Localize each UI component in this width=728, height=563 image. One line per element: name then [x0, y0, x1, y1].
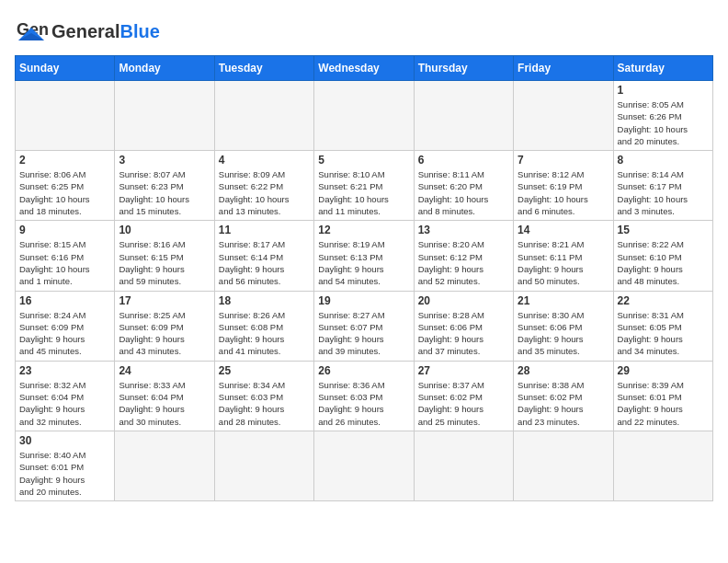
day-info: Sunrise: 8:25 AMSunset: 6:09 PMDaylight:… [119, 309, 210, 358]
day-info: Sunrise: 8:27 AMSunset: 6:07 PMDaylight:… [318, 309, 409, 358]
day-number: 20 [418, 294, 509, 307]
day-number: 10 [119, 224, 210, 236]
day-number: 26 [318, 364, 409, 377]
calendar-cell: 13Sunrise: 8:20 AMSunset: 6:12 PMDayligh… [414, 221, 513, 291]
day-info: Sunrise: 8:14 AMSunset: 6:17 PMDaylight:… [618, 168, 709, 217]
day-info: Sunrise: 8:26 AMSunset: 6:08 PMDaylight:… [219, 309, 310, 358]
day-info: Sunrise: 8:31 AMSunset: 6:05 PMDaylight:… [618, 309, 709, 358]
day-info: Sunrise: 8:12 AMSunset: 6:19 PMDaylight:… [518, 168, 609, 217]
calendar-cell: 22Sunrise: 8:31 AMSunset: 6:05 PMDayligh… [613, 291, 712, 361]
day-info: Sunrise: 8:40 AMSunset: 6:01 PMDaylight:… [19, 449, 110, 498]
day-number: 3 [119, 154, 210, 167]
day-info: Sunrise: 8:21 AMSunset: 6:11 PMDaylight:… [518, 238, 609, 287]
calendar-row: 9Sunrise: 8:15 AMSunset: 6:16 PMDaylight… [16, 221, 713, 291]
day-number: 16 [19, 294, 110, 307]
calendar-cell: 10Sunrise: 8:16 AMSunset: 6:15 PMDayligh… [115, 221, 214, 291]
calendar-cell: 27Sunrise: 8:37 AMSunset: 6:02 PMDayligh… [414, 361, 513, 431]
day-number: 11 [219, 224, 310, 236]
day-info: Sunrise: 8:19 AMSunset: 6:13 PMDaylight:… [318, 238, 409, 287]
day-number: 2 [19, 154, 110, 167]
day-number: 19 [318, 294, 409, 307]
day-info: Sunrise: 8:15 AMSunset: 6:16 PMDaylight:… [19, 238, 110, 287]
day-number: 18 [219, 294, 310, 307]
day-number: 30 [19, 434, 110, 447]
weekday-header-thursday: Thursday [414, 56, 513, 81]
calendar-cell: 17Sunrise: 8:25 AMSunset: 6:09 PMDayligh… [115, 291, 214, 361]
calendar-cell [115, 431, 214, 500]
calendar-cell [314, 431, 414, 500]
calendar-cell: 18Sunrise: 8:26 AMSunset: 6:08 PMDayligh… [214, 291, 313, 361]
day-info: Sunrise: 8:38 AMSunset: 6:02 PMDaylight:… [518, 379, 609, 428]
calendar-cell: 14Sunrise: 8:21 AMSunset: 6:11 PMDayligh… [514, 221, 613, 291]
day-number: 1 [618, 84, 709, 97]
logo-label: GeneralBlue [51, 21, 160, 41]
header: General GeneralBlue [15, 15, 713, 48]
day-number: 27 [418, 364, 509, 377]
calendar: SundayMondayTuesdayWednesdayThursdayFrid… [15, 55, 713, 501]
weekday-header-saturday: Saturday [613, 56, 712, 81]
day-number: 15 [618, 224, 709, 236]
calendar-cell: 30Sunrise: 8:40 AMSunset: 6:01 PMDayligh… [16, 431, 115, 500]
day-info: Sunrise: 8:11 AMSunset: 6:20 PMDaylight:… [418, 168, 509, 217]
day-info: Sunrise: 8:17 AMSunset: 6:14 PMDaylight:… [219, 238, 310, 287]
calendar-cell: 11Sunrise: 8:17 AMSunset: 6:14 PMDayligh… [214, 221, 313, 291]
calendar-row: 16Sunrise: 8:24 AMSunset: 6:09 PMDayligh… [16, 291, 713, 361]
calendar-cell: 28Sunrise: 8:38 AMSunset: 6:02 PMDayligh… [514, 361, 613, 431]
day-info: Sunrise: 8:24 AMSunset: 6:09 PMDaylight:… [19, 309, 110, 358]
day-info: Sunrise: 8:33 AMSunset: 6:04 PMDaylight:… [119, 379, 210, 428]
day-info: Sunrise: 8:36 AMSunset: 6:03 PMDaylight:… [318, 379, 409, 428]
calendar-cell: 8Sunrise: 8:14 AMSunset: 6:17 PMDaylight… [613, 151, 712, 221]
calendar-cell: 9Sunrise: 8:15 AMSunset: 6:16 PMDaylight… [16, 221, 115, 291]
calendar-cell: 16Sunrise: 8:24 AMSunset: 6:09 PMDayligh… [16, 291, 115, 361]
calendar-row: 1Sunrise: 8:05 AMSunset: 6:26 PMDaylight… [16, 81, 713, 151]
calendar-cell: 21Sunrise: 8:30 AMSunset: 6:06 PMDayligh… [514, 291, 613, 361]
calendar-cell: 23Sunrise: 8:32 AMSunset: 6:04 PMDayligh… [16, 361, 115, 431]
logo: General GeneralBlue [15, 15, 160, 48]
day-info: Sunrise: 8:16 AMSunset: 6:15 PMDaylight:… [119, 238, 210, 287]
day-info: Sunrise: 8:32 AMSunset: 6:04 PMDaylight:… [19, 379, 110, 428]
calendar-cell: 15Sunrise: 8:22 AMSunset: 6:10 PMDayligh… [613, 221, 712, 291]
day-info: Sunrise: 8:07 AMSunset: 6:23 PMDaylight:… [119, 168, 210, 217]
calendar-cell [613, 431, 712, 500]
day-info: Sunrise: 8:06 AMSunset: 6:25 PMDaylight:… [19, 168, 110, 217]
day-number: 6 [418, 154, 509, 167]
weekday-header-monday: Monday [115, 56, 214, 81]
day-number: 8 [618, 154, 709, 167]
weekday-header-wednesday: Wednesday [314, 56, 414, 81]
day-number: 22 [618, 294, 709, 307]
day-number: 28 [518, 364, 609, 377]
calendar-cell: 12Sunrise: 8:19 AMSunset: 6:13 PMDayligh… [314, 221, 414, 291]
calendar-cell [115, 81, 214, 151]
calendar-cell [16, 81, 115, 151]
calendar-cell: 29Sunrise: 8:39 AMSunset: 6:01 PMDayligh… [613, 361, 712, 431]
weekday-header-sunday: Sunday [16, 56, 115, 81]
weekday-header-tuesday: Tuesday [214, 56, 313, 81]
day-number: 13 [418, 224, 509, 236]
day-info: Sunrise: 8:05 AMSunset: 6:26 PMDaylight:… [618, 98, 709, 147]
calendar-cell [314, 81, 414, 151]
day-number: 25 [219, 364, 310, 377]
calendar-row: 2Sunrise: 8:06 AMSunset: 6:25 PMDaylight… [16, 151, 713, 221]
calendar-cell [214, 81, 313, 151]
calendar-cell: 20Sunrise: 8:28 AMSunset: 6:06 PMDayligh… [414, 291, 513, 361]
weekday-header-row: SundayMondayTuesdayWednesdayThursdayFrid… [16, 56, 713, 81]
day-number: 17 [119, 294, 210, 307]
day-number: 7 [518, 154, 609, 167]
calendar-cell [414, 431, 513, 500]
day-number: 9 [19, 224, 110, 236]
calendar-cell: 4Sunrise: 8:09 AMSunset: 6:22 PMDaylight… [214, 151, 313, 221]
calendar-cell: 3Sunrise: 8:07 AMSunset: 6:23 PMDaylight… [115, 151, 214, 221]
day-info: Sunrise: 8:09 AMSunset: 6:22 PMDaylight:… [219, 168, 310, 217]
day-info: Sunrise: 8:30 AMSunset: 6:06 PMDaylight:… [518, 309, 609, 358]
day-number: 23 [19, 364, 110, 377]
calendar-cell: 26Sunrise: 8:36 AMSunset: 6:03 PMDayligh… [314, 361, 414, 431]
day-info: Sunrise: 8:37 AMSunset: 6:02 PMDaylight:… [418, 379, 509, 428]
calendar-cell: 1Sunrise: 8:05 AMSunset: 6:26 PMDaylight… [613, 81, 712, 151]
day-number: 14 [518, 224, 609, 236]
day-info: Sunrise: 8:10 AMSunset: 6:21 PMDaylight:… [318, 168, 409, 217]
calendar-row: 30Sunrise: 8:40 AMSunset: 6:01 PMDayligh… [16, 431, 713, 500]
day-number: 24 [119, 364, 210, 377]
day-number: 5 [318, 154, 409, 167]
calendar-cell [514, 81, 613, 151]
calendar-cell [514, 431, 613, 500]
